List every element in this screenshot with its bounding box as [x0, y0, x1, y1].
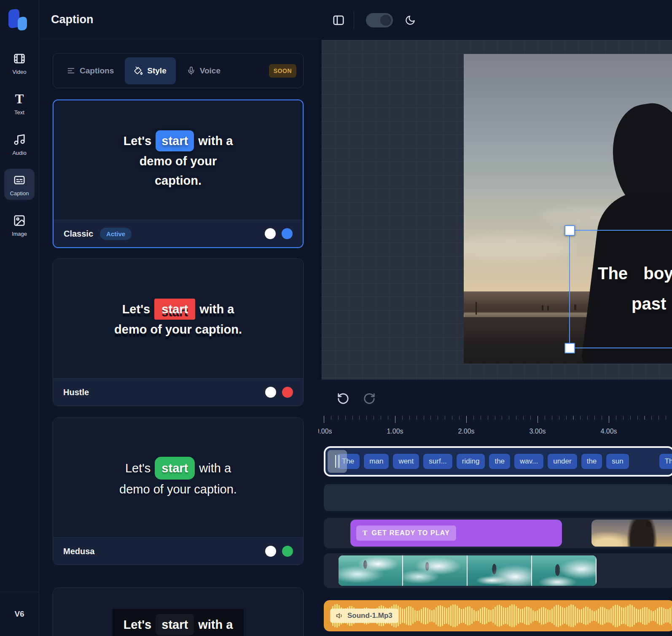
ruler-label: 4.00s: [600, 428, 617, 435]
text-track-row: T GET READY TO PLAY: [324, 518, 672, 548]
sidebar-item-image[interactable]: Image: [4, 209, 35, 240]
timeline-ruler[interactable]: 0.00s1.00s2.00s3.00s4.00s: [318, 416, 672, 443]
selection-handle-bottom-left[interactable]: [564, 343, 575, 353]
dark-mode-button[interactable]: [403, 13, 417, 27]
caption-track[interactable]: Themanwentsurf...ridingthewav...underthe…: [324, 446, 672, 477]
video-thumbnail: [591, 520, 672, 547]
video-thumbnail: [468, 555, 531, 586]
theme-toggle[interactable]: [366, 13, 393, 27]
preview-caption-line1[interactable]: The boy: [598, 264, 672, 283]
video-thumbnail: [403, 555, 467, 586]
style-card-partial[interactable]: Let's start with ademo of your: [53, 587, 304, 636]
distant-person: [547, 306, 549, 310]
caption-word-chip[interactable]: wav...: [514, 454, 543, 469]
color-dot[interactable]: [282, 387, 293, 398]
app-logo[interactable]: [8, 8, 31, 32]
video-thumbnail: [532, 555, 596, 586]
caption-word-chip[interactable]: sun: [606, 454, 629, 469]
topbar-divider: [354, 12, 354, 29]
redo-button[interactable]: [360, 390, 378, 407]
image-icon: [12, 213, 27, 228]
caption-word-chip[interactable]: man: [364, 454, 389, 469]
tab-style[interactable]: Style: [125, 57, 175, 84]
color-dot[interactable]: [282, 228, 293, 239]
preview-text-line: demo of your caption.: [114, 320, 242, 339]
moon-icon: [405, 15, 416, 26]
rail-footer: V6: [0, 592, 39, 636]
color-dot[interactable]: [265, 387, 276, 398]
speaker-icon: [336, 612, 344, 620]
style-card-medusa[interactable]: Let's start with ademo of your caption.M…: [53, 418, 304, 565]
ruler-ticks: [324, 416, 672, 423]
tab-captions[interactable]: Captions: [57, 57, 123, 84]
ruler-label: 2.00s: [458, 428, 474, 435]
music-icon: [12, 132, 27, 147]
color-dot[interactable]: [282, 546, 293, 557]
cloud: [464, 235, 573, 261]
logo-shape-light: [18, 16, 27, 31]
preview-text-line: Let's start with a: [119, 457, 237, 480]
redo-icon: [363, 392, 376, 405]
text-clip[interactable]: T GET READY TO PLAY: [350, 520, 562, 547]
caption-icon: [12, 173, 27, 187]
sidebar-item-label: Caption: [10, 190, 29, 197]
video-clip-1[interactable]: [339, 555, 597, 586]
preview-text-line: Let's start with a: [124, 130, 233, 151]
sidebar-item-video[interactable]: Video: [4, 47, 35, 78]
caption-word-chip[interactable]: riding: [457, 454, 485, 469]
preview-text-line: Let's start with a: [114, 299, 242, 320]
preview-caption-line2[interactable]: past: [632, 294, 666, 313]
tab-voice[interactable]: Voice: [177, 57, 230, 84]
sidebar-item-label: Audio: [12, 150, 26, 156]
caption-word-chip[interactable]: under: [548, 454, 577, 469]
color-dot[interactable]: [265, 228, 276, 239]
icon-rail: VideoTTextAudioCaptionImage V6: [0, 0, 39, 636]
tab-captions-label: Captions: [80, 66, 114, 75]
list-icon: [67, 66, 75, 75]
highlighted-word: start: [156, 614, 194, 635]
caption-word-chip[interactable]: the: [581, 454, 602, 469]
selection-handle-top-left[interactable]: [564, 225, 575, 236]
canvas-gutter: [318, 0, 322, 380]
paint-bucket-icon: [134, 66, 143, 75]
icon-rail-items: VideoTTextAudioCaptionImage: [0, 47, 39, 240]
clip-drag-handle[interactable]: [328, 450, 347, 473]
editor-topbar: [318, 0, 672, 40]
text-icon: T: [363, 529, 368, 537]
style-card-footer: ClassicActive: [54, 220, 303, 247]
version-label: V6: [14, 609, 24, 619]
video-canvas[interactable]: The boy past: [322, 40, 672, 380]
style-name: Classic: [64, 229, 93, 239]
caption-style-preview: Let's start with ademo of your: [53, 588, 303, 636]
sidebar-item-audio[interactable]: Audio: [4, 128, 35, 159]
video-clip-2[interactable]: [591, 520, 672, 547]
editor-region: The boy past 0.00s1.00s2.00s3.00s4.00s T…: [318, 0, 672, 636]
video-thumbnail: [339, 555, 402, 586]
audio-clip[interactable]: Sound-1.Mp3: [324, 600, 672, 631]
ruler-label: 3.00s: [529, 428, 546, 435]
caption-word-chip[interactable]: went: [393, 454, 419, 469]
toggle-sidebar-button[interactable]: [331, 13, 346, 28]
empty-track-row[interactable]: [324, 484, 672, 511]
caption-panel: Caption Captions Style Voice SOON Let's …: [40, 0, 318, 636]
timeline: 0.00s1.00s2.00s3.00s4.00s Themanwentsurf…: [318, 380, 672, 636]
style-card-classic[interactable]: Let's start with ademo of yourcaption.Cl…: [53, 100, 304, 248]
style-card-footer: Medusa: [53, 537, 303, 565]
sidebar-item-caption[interactable]: Caption: [4, 169, 35, 200]
text-icon: T: [12, 92, 27, 106]
selection-top-edge: [569, 230, 672, 231]
highlighted-word: start: [154, 299, 195, 320]
panel-layout-icon: [332, 14, 345, 27]
undo-button[interactable]: [334, 390, 352, 407]
caption-word-chip[interactable]: the: [489, 454, 510, 469]
color-dot[interactable]: [265, 546, 276, 557]
caption-word-chip[interactable]: surf...: [423, 454, 452, 469]
style-card-hustle[interactable]: Let's start with ademo of your caption.H…: [53, 259, 304, 406]
highlighted-word: start: [155, 457, 195, 480]
beach-pole: [476, 302, 477, 315]
caption-style-preview: Let's start with ademo of your caption.: [53, 259, 303, 378]
sidebar-item-text[interactable]: TText: [4, 88, 35, 119]
caption-style-preview: Let's start with ademo of yourcaption.: [54, 100, 303, 220]
caption-word-chip[interactable]: The: [659, 454, 672, 469]
video-frame[interactable]: The boy past: [464, 54, 672, 364]
